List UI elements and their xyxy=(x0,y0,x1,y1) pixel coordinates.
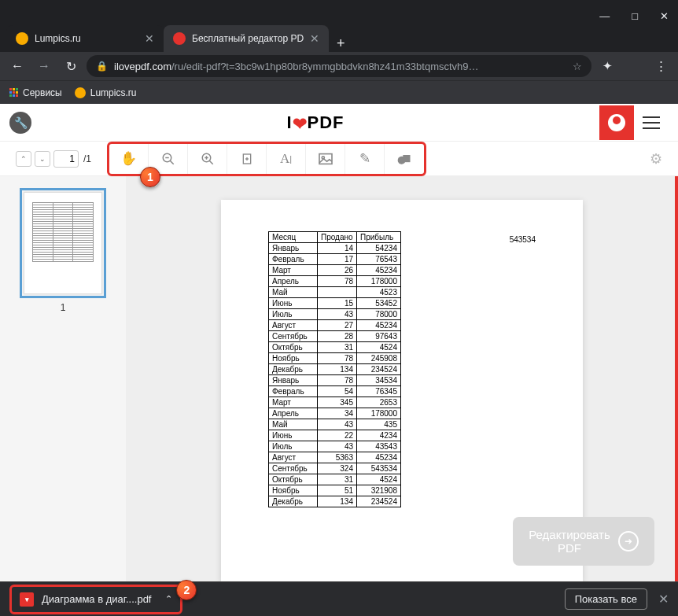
show-all-button[interactable]: Показать все xyxy=(565,588,647,610)
scrollbar[interactable] xyxy=(675,176,678,581)
window-minimize[interactable]: — xyxy=(599,10,610,22)
page-thumbnail[interactable] xyxy=(24,192,102,294)
close-downloads-icon[interactable]: ✕ xyxy=(658,592,669,607)
favicon-icon xyxy=(173,32,186,45)
tab-title: Бесплатный редактор PDF-файл xyxy=(192,33,304,44)
address-bar[interactable]: 🔒 ilovepdf.com/ru/edit-pdf?t=3bc9w1hp80b… xyxy=(87,55,591,77)
bookmark-services[interactable]: Сервисы xyxy=(9,87,62,98)
bookmark-label: Сервисы xyxy=(23,87,62,98)
zoom-in-tool[interactable] xyxy=(188,144,227,174)
user-icon xyxy=(608,114,625,131)
svg-rect-10 xyxy=(319,153,332,164)
browser-menu-icon[interactable]: ⋮ xyxy=(650,59,672,73)
pdf-file-icon: ▾ xyxy=(20,592,34,607)
ilovepdf-logo: I❤PDF xyxy=(31,113,599,133)
reload-button[interactable]: ↻ xyxy=(60,59,82,74)
extensions-icon[interactable]: ✦ xyxy=(596,59,618,73)
hamburger-menu[interactable] xyxy=(634,105,669,140)
doc-side-number: 543534 xyxy=(510,235,536,244)
fit-tool[interactable] xyxy=(227,144,267,174)
back-button[interactable]: ← xyxy=(6,59,28,73)
favicon-icon xyxy=(16,32,28,45)
page-up-button[interactable]: ⌃ xyxy=(16,151,31,167)
settings-icon[interactable]: ⚙ xyxy=(650,150,662,168)
download-filename: Диаграмма в диаг....pdf xyxy=(42,593,151,605)
forward-button[interactable]: → xyxy=(33,59,55,73)
favicon-icon xyxy=(75,87,86,98)
tab-close-icon[interactable]: ✕ xyxy=(145,32,154,45)
bookmark-lumpics[interactable]: Lumpics.ru xyxy=(75,87,137,98)
account-button[interactable] xyxy=(599,105,634,140)
apps-grid-icon xyxy=(9,88,18,97)
browser-tab-ilovepdf[interactable]: Бесплатный редактор PDF-файл ✕ xyxy=(164,25,329,52)
annotation-marker-2: 2 xyxy=(176,580,197,600)
svg-line-4 xyxy=(209,160,213,164)
browser-tab-lumpics[interactable]: Lumpics.ru ✕ xyxy=(6,25,164,52)
page-total: /1 xyxy=(83,153,91,164)
thumbnail-page-number: 1 xyxy=(61,302,66,313)
tools-icon[interactable]: 🔧 xyxy=(9,112,31,134)
arrow-right-icon: ➜ xyxy=(618,531,639,551)
image-tool[interactable] xyxy=(306,144,345,174)
new-tab-button[interactable]: + xyxy=(329,35,353,52)
window-close[interactable]: ✕ xyxy=(660,10,669,22)
shape-tool[interactable] xyxy=(385,144,424,174)
svg-line-1 xyxy=(170,160,174,164)
pencil-tool[interactable]: ✎ xyxy=(345,144,385,174)
svg-rect-13 xyxy=(403,155,410,162)
tab-close-icon[interactable]: ✕ xyxy=(310,32,319,45)
thumbnail-sidebar: 1 xyxy=(0,176,126,581)
edit-pdf-button[interactable]: РедактироватьPDF ➜ xyxy=(513,517,654,566)
page-down-button[interactable]: ⌄ xyxy=(35,151,50,167)
page-number-input[interactable] xyxy=(53,150,79,168)
lock-icon: 🔒 xyxy=(96,61,108,72)
annotation-marker-1: 1 xyxy=(140,167,160,187)
tab-title: Lumpics.ru xyxy=(35,33,138,44)
bookmark-star-icon[interactable]: ☆ xyxy=(573,61,582,72)
text-tool[interactable]: A| xyxy=(267,144,306,174)
download-item[interactable]: ▾ Диаграмма в диаг....pdf ⌃ xyxy=(9,585,182,614)
window-maximize[interactable]: □ xyxy=(632,10,638,22)
bookmark-label: Lumpics.ru xyxy=(90,87,137,98)
url-text: ilovepdf.com/ru/edit-pdf?t=3bc9w1hp80br8… xyxy=(114,61,566,72)
chevron-up-icon[interactable]: ⌃ xyxy=(165,594,172,604)
